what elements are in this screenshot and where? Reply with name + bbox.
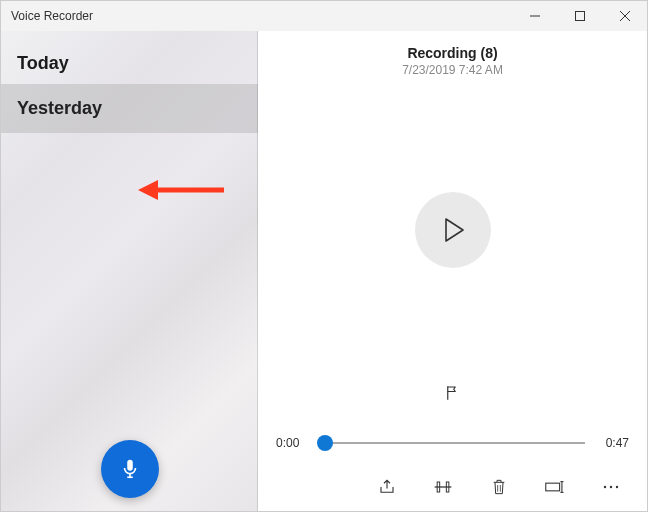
trim-icon [433,478,453,496]
rename-button[interactable] [545,477,565,497]
trim-button[interactable] [433,477,453,497]
timeline-duration: 0:47 [595,436,629,450]
svg-rect-1 [575,12,584,21]
action-bar [276,475,629,511]
add-marker-button[interactable] [443,383,463,403]
recording-title: Recording (8) [276,45,629,61]
svg-point-19 [604,486,606,488]
window-title: Voice Recorder [1,9,93,23]
record-button[interactable] [101,440,159,498]
recording-datetime: 7/23/2019 7:42 AM [276,63,629,77]
svg-marker-9 [446,219,463,241]
recordings-sidebar: Today Yesterday [1,31,258,511]
svg-rect-15 [546,483,560,491]
timeline-thumb[interactable] [317,435,333,451]
playback-timeline[interactable]: 0:00 0:47 [276,433,629,453]
more-icon [602,479,620,495]
marker-row [276,383,629,403]
close-button[interactable] [602,1,647,31]
rename-icon [545,479,565,495]
more-button[interactable] [601,477,621,497]
trash-icon [491,478,507,496]
svg-marker-5 [138,180,158,200]
timeline-track[interactable] [320,433,585,453]
annotation-arrow-icon [136,177,226,203]
sidebar-item-today[interactable]: Today [1,31,258,84]
main-panel: Recording (8) 7/23/2019 7:42 AM 0:00 [258,31,647,511]
titlebar: Voice Recorder [1,1,647,31]
svg-point-21 [616,486,618,488]
sidebar-item-yesterday[interactable]: Yesterday [1,84,258,133]
share-icon [378,478,396,496]
play-icon [441,217,465,243]
play-button[interactable] [415,192,491,268]
svg-point-20 [610,486,612,488]
timeline-current: 0:00 [276,436,310,450]
minimize-button[interactable] [512,1,557,31]
play-area [276,77,629,383]
share-button[interactable] [377,477,397,497]
delete-button[interactable] [489,477,509,497]
flag-icon [444,384,462,402]
content: Today Yesterday Recording (8) 7/23/2019 … [1,31,647,511]
maximize-button[interactable] [557,1,602,31]
svg-rect-6 [127,460,133,471]
microphone-icon [119,458,141,480]
